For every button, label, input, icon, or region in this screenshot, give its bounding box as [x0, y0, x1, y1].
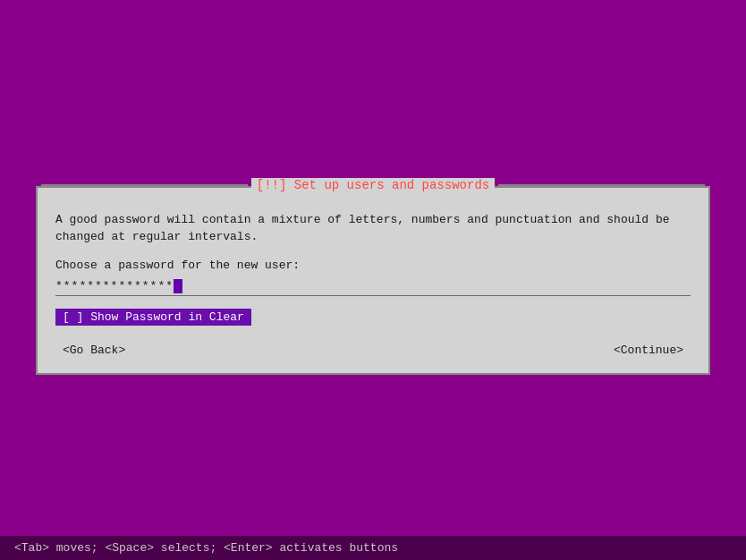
- title-line-left: [41, 184, 248, 186]
- status-bar: <Tab> moves; <Space> selects; <Enter> ac…: [0, 536, 746, 560]
- go-back-button[interactable]: <Go Back>: [59, 342, 129, 359]
- password-line: ***************: [55, 279, 691, 296]
- dialog-content: A good password will contain a mixture o…: [38, 193, 708, 373]
- description-text: A good password will contain a mixture o…: [55, 211, 691, 246]
- title-line-right: [498, 184, 705, 186]
- password-fill: [182, 279, 691, 293]
- dialog-title: [!!] Set up users and passwords: [251, 178, 495, 192]
- checkbox-label: [ ] Show Password in Clear: [63, 310, 244, 324]
- password-chars: ***************: [55, 279, 174, 293]
- show-password-checkbox[interactable]: [ ] Show Password in Clear: [55, 309, 251, 326]
- status-text: <Tab> moves; <Space> selects; <Enter> ac…: [14, 541, 398, 555]
- continue-button[interactable]: <Continue>: [610, 342, 687, 359]
- dialog: [!!] Set up users and passwords A good p…: [36, 186, 710, 375]
- password-cursor: [174, 279, 182, 293]
- screen: [!!] Set up users and passwords A good p…: [0, 0, 746, 560]
- buttons-row: <Go Back> <Continue>: [55, 342, 691, 359]
- prompt-text: Choose a password for the new user:: [55, 259, 691, 272]
- title-bar: [!!] Set up users and passwords: [38, 178, 708, 192]
